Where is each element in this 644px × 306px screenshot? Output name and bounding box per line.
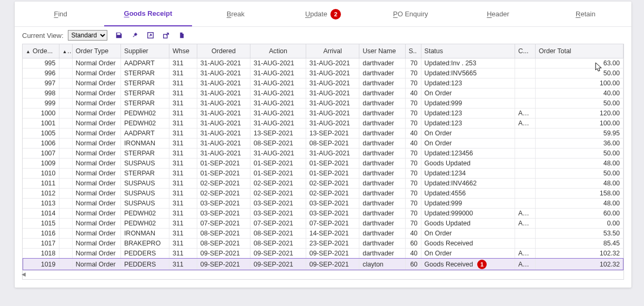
tab-retain-accel: R — [576, 10, 580, 18]
cell-s: 70 — [405, 158, 421, 168]
col-user[interactable]: User Name — [359, 44, 405, 58]
col-supplier[interactable]: Supplier — [120, 44, 169, 58]
cell-arrival: 07-SEP-2021 — [306, 218, 359, 228]
cell-status: Updated:4556 — [421, 188, 515, 198]
tab-retain[interactable]: Retain — [542, 2, 629, 26]
cell-type: Normal Order — [72, 78, 120, 88]
col-arrival[interactable]: Arrival — [306, 44, 359, 58]
table-row[interactable]: 1010Normal OrderSTERPAR31101-SEP-202101-… — [23, 168, 623, 178]
cell-type: Normal Order — [72, 98, 120, 108]
document-icon[interactable] — [178, 31, 186, 40]
grid-header-row[interactable]: Orde... Order Type Supplier Whse Ordered… — [23, 44, 623, 58]
cell-arrival: 09-SEP-2021 — [306, 248, 359, 258]
cell-supplier: PEDDERS — [120, 248, 169, 258]
tab-find[interactable]: Find — [17, 2, 104, 26]
cell-user: darthvader — [359, 188, 405, 198]
table-row[interactable]: 1018Normal OrderPEDDERS31109-SEP-202109-… — [23, 248, 623, 258]
table-row[interactable]: 1000Normal OrderPEDWH0231131-AUG-202131-… — [23, 108, 623, 118]
cell-curr: AUD — [515, 248, 535, 258]
cell-action: 31-AUG-2021 — [250, 148, 306, 158]
cell-status: On Order — [421, 248, 515, 258]
col-whse[interactable]: Whse — [169, 44, 197, 58]
table-row[interactable]: 1011Normal OrderSUSPAUS31102-SEP-202102-… — [23, 178, 623, 188]
cell-order: 1015 — [23, 218, 59, 228]
tab-update-accel: U — [305, 10, 310, 18]
col-sort2[interactable] — [59, 44, 72, 58]
cell-ordered: 08-SEP-2021 — [197, 238, 250, 248]
cell-supplier: STERPAR — [120, 148, 169, 158]
table-row[interactable]: 1015Normal OrderPEDWH0231107-SEP-202107-… — [23, 218, 623, 228]
col-total[interactable]: Order Total — [536, 44, 623, 58]
table-row[interactable]: 1013Normal OrderSUSPAUS31103-SEP-202103-… — [23, 198, 623, 208]
export-icon[interactable] — [162, 31, 170, 40]
orders-grid[interactable]: Orde... Order Type Supplier Whse Ordered… — [23, 44, 623, 271]
table-row[interactable]: 996Normal OrderSTERPAR31131-AUG-202131-A… — [23, 68, 623, 78]
cell-type: Normal Order — [72, 178, 120, 188]
table-row[interactable]: 1014Normal OrderPEDWH0231103-SEP-202103-… — [23, 208, 623, 218]
cell-supplier: SUSPAUS — [120, 198, 169, 208]
col-order[interactable]: Orde... — [23, 44, 59, 58]
tab-update[interactable]: Update 2 — [279, 2, 367, 26]
cell-ordered: 03-SEP-2021 — [197, 198, 250, 208]
cell-supplier: STERPAR — [120, 68, 169, 78]
cell-ordered: 31-AUG-2021 — [197, 118, 250, 128]
cell-sort2 — [59, 208, 72, 218]
col-status[interactable]: Status — [421, 44, 515, 58]
table-row[interactable]: 1006Normal OrderIRONMAN31131-AUG-202108-… — [23, 138, 623, 148]
table-row[interactable]: 995Normal OrderAADPART31131-AUG-202131-A… — [23, 58, 623, 68]
cell-order: 1011 — [23, 178, 59, 188]
table-row[interactable]: 997Normal OrderSTERPAR31131-AUG-202131-A… — [23, 78, 623, 88]
table-row[interactable]: 1009Normal OrderSUSPAUS31101-SEP-202101-… — [23, 158, 623, 168]
cell-s: 70 — [405, 98, 421, 108]
cell-s: 60 — [405, 238, 421, 248]
col-ordered[interactable]: Ordered — [197, 44, 250, 58]
tab-po-enquiry[interactable]: PO Enquiry — [367, 2, 454, 26]
current-view-select[interactable]: Standard — [68, 30, 107, 41]
cell-s: 70 — [405, 178, 421, 188]
table-row[interactable]: 998Normal OrderSTERPAR31131-AUG-202131-A… — [23, 88, 623, 98]
tab-header[interactable]: Header — [454, 2, 541, 26]
cell-status: Updated:999 — [421, 198, 515, 208]
table-row[interactable]: 1012Normal OrderSUSPAUS31102-SEP-202102-… — [23, 188, 623, 198]
cell-action: 03-SEP-2021 — [250, 208, 306, 218]
table-row[interactable]: 1001Normal OrderPEDWH0231131-AUG-202131-… — [23, 118, 623, 128]
cell-supplier: PEDDERS — [120, 258, 169, 270]
cell-curr — [515, 238, 535, 248]
cell-user: darthvader — [359, 108, 405, 118]
tab-break[interactable]: Break — [192, 2, 279, 26]
cell-type: Normal Order — [72, 168, 120, 178]
col-s[interactable]: S.. — [405, 44, 421, 58]
cell-user: darthvader — [359, 238, 405, 248]
cell-type: Normal Order — [72, 118, 120, 128]
table-row[interactable]: 999Normal OrderSTERPAR31131-AUG-202131-A… — [23, 98, 623, 108]
col-action[interactable]: Action — [250, 44, 306, 58]
table-row[interactable]: 1016Normal OrderIRONMAN31108-SEP-202108-… — [23, 228, 623, 238]
save-icon[interactable] — [115, 31, 123, 40]
table-row[interactable]: 1019Normal OrderPEDDERS31109-SEP-202109-… — [23, 258, 623, 270]
tab-goods-label: oods Receipt — [129, 9, 173, 17]
cell-supplier: PEDWH02 — [120, 218, 169, 228]
table-row[interactable]: 1005Normal OrderAADPART31131-AUG-202113-… — [23, 128, 623, 138]
cell-ordered: 08-SEP-2021 — [197, 228, 250, 238]
cell-type: Normal Order — [72, 258, 120, 270]
col-curr[interactable]: C... — [515, 44, 535, 58]
table-row[interactable]: 1007Normal OrderSTERPAR31131-AUG-202131-… — [23, 148, 623, 158]
cell-status: Updated:123 — [421, 118, 515, 128]
cell-ordered: 31-AUG-2021 — [197, 108, 250, 118]
col-type[interactable]: Order Type — [72, 44, 120, 58]
cell-ordered: 31-AUG-2021 — [197, 78, 250, 88]
cell-type: Normal Order — [72, 108, 120, 118]
table-row[interactable]: 1017Normal OrderBRAKEPRO31108-SEP-202108… — [23, 238, 623, 248]
cell-order: 1007 — [23, 148, 59, 158]
cell-whse: 311 — [169, 168, 197, 178]
cell-sort2 — [59, 168, 72, 178]
cell-sort2 — [59, 178, 72, 188]
pin-icon[interactable] — [130, 31, 139, 40]
scroll-left-icon[interactable]: ◀ — [22, 271, 26, 277]
new-window-icon[interactable] — [146, 31, 155, 40]
tab-goods-receipt[interactable]: Goods Receipt — [104, 2, 192, 26]
cell-curr — [515, 178, 535, 188]
cell-user: darthvader — [359, 248, 405, 258]
cell-user: darthvader — [359, 158, 405, 168]
cell-ordered: 09-SEP-2021 — [197, 248, 250, 258]
